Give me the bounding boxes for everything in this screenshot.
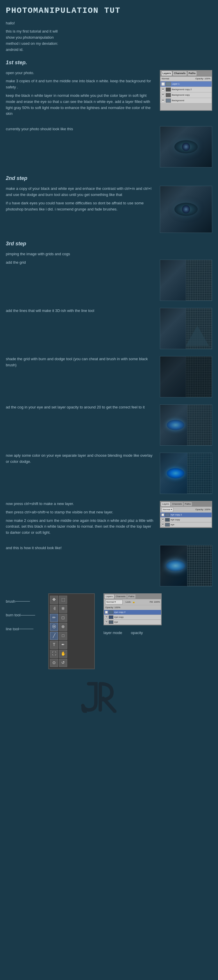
text-tool[interactable]: T [50,641,58,649]
zoom-tool[interactable]: ⊙ [50,659,58,667]
step1-text: open your photo. make 3 copies of it and… [6,70,155,119]
layer-row-4[interactable]: 👁 Background [161,98,212,103]
step1-section: 1st step. open your photo. make 3 copies… [6,59,212,168]
mini-eye-b3[interactable]: 👁 [105,620,108,624]
mini-layer-2[interactable]: 👁 eye copy [161,517,212,522]
step3-section: 3rd step pimping the image with grids an… [6,240,212,494]
eye-cog-image [160,405,212,445]
step2-section: 2nd step make a copy of your black and w… [6,174,212,233]
mini-eye-1[interactable]: 👁 [161,514,164,516]
brush-label: brush [6,598,15,605]
layer-row-3[interactable]: 👁 Background copy [161,92,212,98]
layers-header: Layers Channels Paths [161,71,212,77]
mini-eye-2[interactable]: 👁 [161,519,164,521]
mini-controls-3b: Opacity: 100% [104,605,161,610]
toolbar-row-1: ✥ ⬚ [50,596,93,604]
mini-layers-tab[interactable]: Layers [161,502,170,506]
line-tool[interactable]: ╱ [50,632,58,640]
layers-tab[interactable]: Layers [162,71,172,76]
eye-icon-2[interactable]: 👁 [161,88,165,91]
clone-tool[interactable]: ⊕ [59,623,67,631]
layer-thumb-4 [165,99,171,103]
eyedropper-tool[interactable]: ⛶ [50,650,58,658]
hand-tool[interactable]: ✋ [59,650,67,658]
mini-layer-b3[interactable]: 👁 eye [104,620,161,625]
step3-lines: add the lines that will make it 3D-ish w… [6,308,212,349]
toolbar-labels: brush burn tool line tool [6,593,44,632]
step3-heading: 3rd step [6,240,212,248]
burn-tool[interactable]: ⦿ [50,623,58,631]
eye-icon-4[interactable]: 👁 [161,99,165,102]
layer-row-1[interactable]: 👁 Layer 1 [161,81,212,87]
step1-heading: 1st step. [6,59,212,67]
line-line [19,629,33,629]
layer-thumb-3 [165,93,171,97]
eye-image-2 [160,186,212,232]
step2-heading: 2nd step [6,174,212,182]
mini-layers-tab-3[interactable]: Layers [105,595,114,598]
mini-layers-header-3: Layers Channels Paths [104,594,161,599]
signature-svg [80,678,138,713]
mini-thumb-1 [165,513,170,517]
mini-eye-b1[interactable]: 👁 [105,611,108,614]
channels-tab[interactable]: Channels [173,71,186,76]
step3-cog: ad the cog in your eye and set layer opa… [6,404,212,445]
pen-tool[interactable]: ✒ [59,641,67,649]
step1-p2: make 3 copies of it and turn the middle … [6,78,155,91]
paths-tab[interactable]: Paths [188,71,197,76]
line-label: line tool [6,626,19,632]
step3-substep5: now aply some color on your eye separate… [6,453,155,465]
layer-thumb-2 [165,88,171,92]
marquee-tool[interactable]: ⬚ [59,596,67,604]
step3-substep4: ad the cog in your eye and set layer opa… [6,404,155,410]
mini-channels-tab-3[interactable]: Channels [115,595,127,598]
eraser-tool[interactable]: ◻ [59,614,67,622]
brush-label-row: brush [6,598,44,605]
toolbar-labels-tools: brush burn tool line tool ✥ ⬚ [6,593,95,669]
move-tool[interactable]: ✥ [50,596,58,604]
burn-label-row: burn tool [6,612,44,618]
mini-paths-tab[interactable]: Paths [184,502,192,506]
mini-layer-3[interactable]: 👁 eye [161,522,212,527]
step3-substep3: shade the grid with burn and dodge tool … [6,356,155,368]
layers-panel-1: Layers Channels Paths Normal Opacity: 10… [160,70,212,111]
intro-line1: hallo! [6,20,212,27]
step4-text: now press ctrl+shift to make a new layer… [6,501,155,538]
rotate-tool[interactable]: ↺ [59,659,67,667]
mini-thumb-b2 [109,616,113,619]
layer-row-2[interactable]: 👁 Background copy 2 [161,87,212,92]
step4-p3: now make 2 copies and turn the middle on… [6,518,155,536]
mini-thumb-3 [165,523,170,527]
mini-channels-tab[interactable]: Channels [171,502,183,506]
burn-line [21,615,35,616]
layer-thumb-1 [165,82,171,86]
step3-color-text: now aply some color on your eye separate… [6,453,155,467]
step1-p1: open your photo. [6,70,155,76]
intro-line2-3: this is my first tutorial and it will sh… [6,29,212,52]
eye-shade-image [160,356,212,397]
mini-layer-b1[interactable]: 👁 eye copy 2 [104,610,161,615]
mini-eye-b2[interactable]: 👁 [105,616,108,619]
eye-icon-1[interactable]: 👁 [161,82,165,86]
step3-lines-image [160,308,212,349]
magic-wand-tool[interactable]: ✲ [59,605,67,613]
toolbar-row-8: ⊙ ↺ [50,659,93,667]
mini-paths-tab-3[interactable]: Paths [127,595,135,598]
lasso-tool[interactable]: 𝄇 [50,605,58,613]
brush-tool[interactable]: ✏ [50,614,58,622]
opacity-label: opacity [131,630,143,636]
step4-final-p: and this is how it should look like! [6,545,155,551]
step1-content: open your photo. make 3 copies of it and… [6,70,212,119]
mini-layer-1[interactable]: 👁 eye copy 2 [161,512,212,517]
eye-icon-3[interactable]: 👁 [161,93,165,97]
toolbar-row-4: ⦿ ⊕ [50,623,93,631]
mini-layer-b2[interactable]: 👁 eye copy [104,615,161,620]
shape-tool[interactable]: □ [59,632,67,640]
step3-shade: shade the grid with burn and dodge tool … [6,356,212,398]
mini-eye-3[interactable]: 👁 [161,523,164,526]
step4-final-text: and this is how it should look like! [6,545,155,554]
step3-lines-text: add the lines that will make it 3D-ish w… [6,308,155,316]
step1-images: Layers Channels Paths Normal Opacity: 10… [160,70,212,111]
right-bottom-section: Layers Channels Paths Normal ▾ Lock: 🔒 F… [103,593,162,636]
mini-layers-header: Layers Channels Paths [161,501,212,507]
